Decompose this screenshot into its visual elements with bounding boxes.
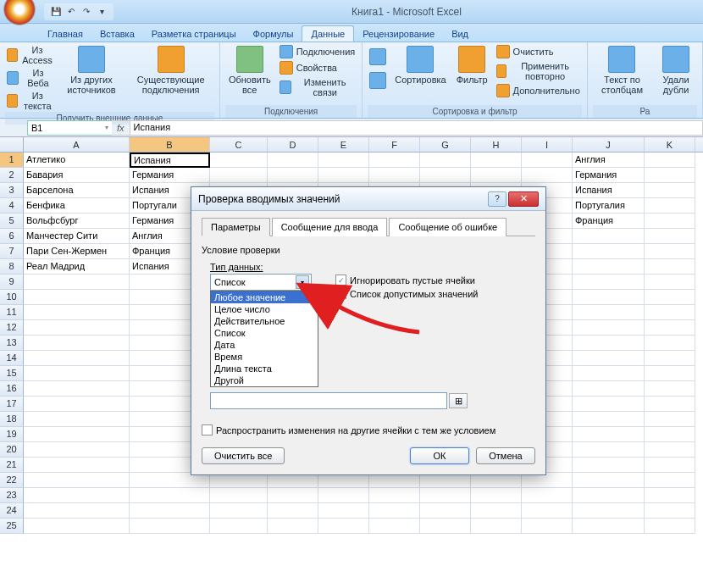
cell[interactable] [210,519,268,534]
row-header[interactable]: 18 [0,412,24,427]
cell[interactable] [645,275,695,290]
row-header[interactable]: 16 [0,381,24,397]
cell[interactable] [24,427,130,442]
cell[interactable] [573,259,645,275]
tab-parameters[interactable]: Параметры [202,218,270,236]
undo-icon[interactable]: ↶ [64,5,78,19]
row-header[interactable]: 8 [0,259,24,275]
cell[interactable]: Реал Мадрид [24,259,130,275]
filter-button[interactable]: Фильтр [453,44,491,86]
column-header[interactable]: K [645,137,695,152]
cell[interactable] [645,427,695,442]
dropdown-option[interactable]: Действительное [211,315,318,327]
cell[interactable] [645,503,695,519]
connections-button[interactable]: Подключения [278,44,357,59]
cell[interactable] [522,153,573,168]
cell[interactable]: Атлетико [24,153,130,168]
cell[interactable] [318,503,369,519]
row-header[interactable]: 13 [0,336,24,351]
cell[interactable] [645,458,695,473]
close-button[interactable]: ✕ [508,191,539,207]
tab-Вставка[interactable]: Вставка [91,26,143,42]
sort-za-button[interactable] [368,71,388,90]
text-to-columns-button[interactable]: Текст по столбцам [593,44,651,97]
cell[interactable] [573,427,645,442]
cell[interactable] [645,442,695,458]
cell[interactable] [130,503,210,519]
row-header[interactable]: 1 [0,153,24,168]
tab-Разметка страницы[interactable]: Разметка страницы [143,26,245,42]
cell[interactable] [573,320,645,336]
cell[interactable] [318,153,369,168]
cell[interactable] [471,153,522,168]
cell[interactable] [645,351,695,366]
cell[interactable] [573,519,645,534]
cell[interactable] [318,519,369,534]
cell[interactable]: Манчестер Сити [24,229,130,244]
tab-Рецензирование[interactable]: Рецензирование [354,26,443,42]
cell[interactable] [573,351,645,366]
qat-dropdown-icon[interactable]: ▾ [95,5,108,19]
cell[interactable] [645,397,695,412]
cell[interactable] [24,381,130,397]
cell[interactable]: Бенфика [24,198,130,214]
row-header[interactable]: 9 [0,275,24,290]
cell[interactable] [645,290,695,305]
cell[interactable] [130,519,210,534]
cell[interactable] [420,503,471,519]
cell[interactable] [573,473,645,488]
tab-Данные[interactable]: Данные [302,25,354,42]
existing-connections-button[interactable]: Существующие подключения [127,44,213,97]
tab-Главная[interactable]: Главная [39,26,91,42]
name-box[interactable]: B1 [27,120,112,136]
cell[interactable] [369,488,420,503]
from-web-button[interactable]: Из Веба [5,67,55,89]
sort-button[interactable]: Сортировка [391,44,449,86]
type-select[interactable]: Список ▾ [210,274,312,291]
cell[interactable]: Вольфсбург [24,214,130,229]
cell[interactable] [210,168,268,183]
cell[interactable] [522,488,573,503]
cell[interactable] [645,488,695,503]
cell[interactable] [645,305,695,320]
edit-links-button[interactable]: Изменить связи [278,76,357,98]
select-all-corner[interactable] [0,137,24,152]
save-icon[interactable]: 💾 [49,5,63,19]
column-header[interactable]: J [573,137,645,152]
dropdown-option[interactable]: Время [211,351,318,363]
cell[interactable]: Германия [130,168,210,183]
cell[interactable] [210,153,268,168]
cell[interactable] [268,168,318,183]
cell[interactable] [645,473,695,488]
dropdown-option[interactable]: Длина текста [211,363,318,374]
cell[interactable] [573,458,645,473]
row-header[interactable]: 6 [0,229,24,244]
cell[interactable] [645,320,695,336]
cell[interactable] [573,412,645,427]
cell[interactable] [645,259,695,275]
column-header[interactable]: C [210,137,268,152]
cell[interactable] [369,168,420,183]
cell[interactable]: Барселона [24,183,130,198]
row-header[interactable]: 25 [0,519,24,534]
cell[interactable] [645,381,695,397]
cell[interactable]: Пари Сен-Жермен [24,244,130,259]
from-access-button[interactable]: Из Access [5,44,55,66]
row-header[interactable]: 5 [0,214,24,229]
office-button[interactable] [3,0,36,25]
cell[interactable] [645,168,695,183]
dropdown-option[interactable]: Любое значение [211,291,318,303]
row-header[interactable]: 12 [0,320,24,336]
cell[interactable] [420,519,471,534]
cell[interactable] [24,275,130,290]
redo-icon[interactable]: ↷ [80,5,93,19]
row-header[interactable]: 21 [0,458,24,473]
cell[interactable] [24,503,130,519]
from-text-button[interactable]: Из текста [5,90,55,112]
column-header[interactable]: G [420,137,471,152]
in-cell-dropdown-checkbox[interactable]: ✓ Список допустимых значений [335,288,478,299]
cell[interactable] [645,519,695,534]
propagate-checkbox[interactable]: Распространить изменения на другие ячейк… [202,424,535,435]
remove-duplicates-button[interactable]: Удали дубли [655,44,697,97]
cell[interactable] [573,488,645,503]
